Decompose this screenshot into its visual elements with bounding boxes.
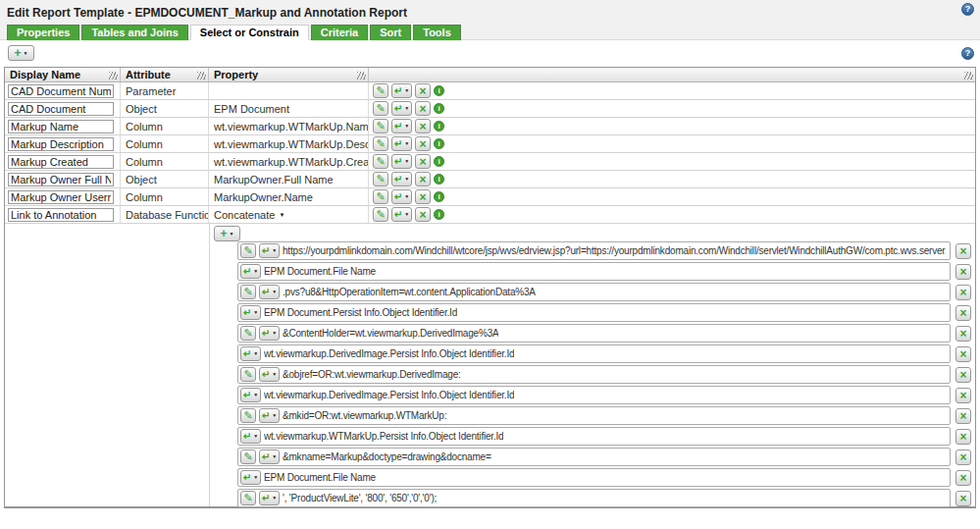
- database-function-dropdown[interactable]: Concatenate ▼: [214, 209, 284, 221]
- info-icon[interactable]: i: [434, 121, 444, 132]
- delete-button[interactable]: ×: [415, 101, 431, 116]
- argument-value: wt.viewmarkup.DerivedImage.Persist Info.…: [264, 390, 514, 400]
- delete-button[interactable]: ×: [415, 136, 431, 151]
- delete-argument-button[interactable]: ×: [955, 326, 971, 342]
- help-icon[interactable]: ?: [961, 3, 974, 16]
- insert-arrow-icon: ↵: [243, 308, 251, 318]
- delete-argument-button[interactable]: ×: [955, 491, 971, 506]
- insert-menu-button[interactable]: ↵▼: [259, 243, 280, 258]
- insert-menu-button[interactable]: ↵▼: [391, 119, 412, 133]
- display-name-input[interactable]: [8, 208, 114, 222]
- insert-menu-button[interactable]: ↵▼: [259, 491, 280, 505]
- column-resize-handle[interactable]: [197, 72, 206, 79]
- delete-argument-button[interactable]: ×: [955, 346, 971, 362]
- insert-menu-button[interactable]: ↵▼: [391, 172, 412, 186]
- table-help-icon[interactable]: ?: [961, 47, 974, 60]
- delete-button[interactable]: ×: [415, 154, 431, 169]
- tab-tables-and-joins[interactable]: Tables and Joins: [81, 25, 187, 40]
- display-name-input[interactable]: [8, 137, 114, 151]
- edit-button[interactable]: ✎: [373, 172, 388, 186]
- display-name-input[interactable]: [8, 155, 114, 169]
- edit-button[interactable]: ✎: [373, 154, 388, 169]
- info-icon[interactable]: i: [434, 156, 444, 167]
- insert-menu-button[interactable]: ↵▼: [259, 285, 280, 299]
- tab-sort[interactable]: Sort: [370, 25, 411, 40]
- edit-button[interactable]: ✎: [240, 450, 256, 464]
- insert-menu-button[interactable]: ↵▼: [391, 101, 412, 116]
- insert-menu-button[interactable]: ↵▼: [259, 367, 280, 382]
- pencil-icon: ✎: [243, 451, 252, 462]
- insert-menu-button[interactable]: ↵▼: [259, 450, 280, 464]
- tab-criteria[interactable]: Criteria: [311, 25, 369, 40]
- delete-argument-button[interactable]: ×: [955, 470, 971, 486]
- delete-argument-button[interactable]: ×: [955, 264, 971, 280]
- column-resize-handle[interactable]: [109, 72, 118, 79]
- display-name-input[interactable]: [8, 173, 114, 186]
- insert-menu-button[interactable]: ↵▼: [240, 305, 261, 320]
- tab-properties[interactable]: Properties: [7, 25, 79, 40]
- insert-menu-button[interactable]: ↵▼: [240, 388, 261, 402]
- edit-button[interactable]: ✎: [240, 285, 256, 299]
- delete-argument-button[interactable]: ×: [955, 450, 971, 465]
- insert-menu-button[interactable]: ↵▼: [240, 346, 261, 361]
- info-icon[interactable]: i: [434, 138, 444, 149]
- display-name-input[interactable]: [8, 102, 114, 116]
- add-report-column-button[interactable]: + ▼: [8, 45, 34, 61]
- insert-menu-button[interactable]: ↵▼: [391, 189, 412, 204]
- insert-menu-button[interactable]: ↵▼: [240, 470, 261, 485]
- insert-menu-button[interactable]: ↵▼: [391, 154, 412, 169]
- insert-menu-button[interactable]: ↵▼: [391, 136, 412, 151]
- delete-button[interactable]: ×: [415, 119, 431, 133]
- display-name-input[interactable]: [8, 84, 114, 98]
- x-icon: ×: [419, 209, 426, 221]
- delete-argument-button[interactable]: ×: [955, 243, 971, 259]
- edit-button[interactable]: ✎: [373, 136, 388, 151]
- column-resize-handle[interactable]: [357, 72, 366, 79]
- property-value: MarkupOwner.Name: [214, 191, 313, 203]
- edit-button[interactable]: ✎: [373, 207, 388, 222]
- insert-menu-button[interactable]: ↵▼: [391, 207, 412, 222]
- display-name-input[interactable]: [8, 120, 114, 133]
- edit-button[interactable]: ✎: [240, 243, 256, 258]
- edit-button[interactable]: ✎: [373, 119, 388, 133]
- tab-select-or-constrain[interactable]: Select or Constrain: [190, 25, 309, 40]
- tab-tools[interactable]: Tools: [413, 25, 461, 40]
- display-name-input[interactable]: [8, 190, 114, 204]
- column-resize-handle[interactable]: [964, 72, 973, 79]
- info-icon[interactable]: i: [434, 209, 444, 220]
- insert-menu-button[interactable]: ↵▼: [391, 83, 412, 98]
- argument-box: ↵▼ wt.viewmarkup.DerivedImage.Persist In…: [237, 386, 951, 404]
- insert-menu-button[interactable]: ↵▼: [259, 326, 280, 341]
- info-icon[interactable]: i: [434, 103, 444, 114]
- pencil-icon: ✎: [376, 174, 385, 185]
- insert-arrow-icon: ↵: [394, 175, 402, 185]
- delete-button[interactable]: ×: [415, 172, 431, 186]
- edit-button[interactable]: ✎: [240, 408, 256, 423]
- delete-argument-button[interactable]: ×: [955, 367, 971, 383]
- delete-argument-button[interactable]: ×: [955, 429, 971, 445]
- column-header-property: Property: [209, 68, 369, 81]
- edit-button[interactable]: ✎: [240, 326, 256, 341]
- edit-button[interactable]: ✎: [240, 491, 256, 505]
- edit-button[interactable]: ✎: [373, 83, 388, 98]
- info-icon[interactable]: i: [434, 85, 444, 96]
- insert-menu-button[interactable]: ↵▼: [259, 408, 280, 423]
- edit-button[interactable]: ✎: [240, 367, 256, 382]
- delete-argument-button[interactable]: ×: [955, 408, 971, 424]
- delete-button[interactable]: ×: [415, 189, 431, 204]
- chevron-down-icon: ▼: [404, 141, 409, 146]
- info-icon[interactable]: i: [434, 191, 444, 202]
- delete-argument-button[interactable]: ×: [955, 285, 971, 300]
- delete-button[interactable]: ×: [415, 207, 431, 222]
- insert-menu-button[interactable]: ↵▼: [240, 264, 261, 279]
- chevron-down-icon: ▼: [279, 212, 284, 218]
- edit-button[interactable]: ✎: [373, 101, 388, 116]
- delete-argument-button[interactable]: ×: [955, 388, 971, 403]
- add-argument-button[interactable]: + ▼: [214, 226, 240, 241]
- insert-arrow-icon: ↵: [243, 349, 251, 359]
- delete-button[interactable]: ×: [415, 83, 431, 98]
- insert-menu-button[interactable]: ↵▼: [240, 429, 261, 444]
- delete-argument-button[interactable]: ×: [955, 305, 971, 321]
- edit-button[interactable]: ✎: [373, 189, 388, 204]
- info-icon[interactable]: i: [434, 174, 444, 185]
